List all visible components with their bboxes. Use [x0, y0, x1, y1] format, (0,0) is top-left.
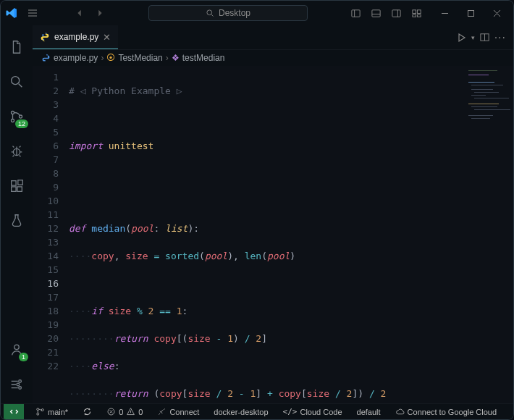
scm-badge: 12	[15, 119, 28, 128]
vscode-logo-icon	[5, 7, 18, 20]
gcp-status[interactable]: Connect to Google Cloud	[392, 404, 500, 419]
svg-rect-14	[12, 181, 16, 185]
plug-icon	[157, 407, 167, 416]
svg-rect-16	[17, 187, 22, 191]
connect-status[interactable]: Connect	[154, 404, 202, 419]
svg-point-12	[19, 115, 22, 118]
method-icon: ❖	[172, 53, 180, 63]
svg-rect-7	[417, 14, 421, 17]
branch-status[interactable]: main*	[33, 404, 71, 419]
svg-rect-5	[417, 9, 421, 13]
svg-point-26	[37, 413, 39, 415]
chevron-right-icon: ›	[166, 53, 169, 63]
svg-point-22	[42, 34, 43, 35]
svg-rect-3	[392, 9, 400, 16]
profile-status[interactable]: default	[354, 404, 384, 419]
gutter: 12345678910111213141516171819202122	[33, 66, 66, 403]
cloud-icon	[395, 407, 405, 416]
crumb-file[interactable]: example.py	[54, 53, 98, 63]
breadcrumbs[interactable]: example.py › ⦿ TestMedian › ❖ testMedian	[33, 50, 513, 66]
tab-close-icon[interactable]: ✕	[103, 32, 111, 43]
menu-icon[interactable]	[24, 4, 41, 22]
titlebar: Desktop	[1, 1, 513, 25]
svg-point-25	[37, 408, 39, 411]
window-minimize-icon[interactable]	[432, 3, 457, 23]
problems-status[interactable]: 0 0	[104, 404, 146, 419]
svg-point-0	[207, 10, 212, 15]
svg-rect-8	[468, 10, 473, 16]
remote-icon[interactable]	[4, 404, 24, 419]
layout-right-icon[interactable]	[387, 4, 405, 22]
source-control-icon[interactable]: 12	[1, 101, 33, 133]
error-icon	[106, 407, 116, 416]
accounts-icon[interactable]: 1	[1, 334, 33, 366]
svg-rect-4	[412, 9, 416, 13]
layout-left-icon[interactable]	[347, 4, 364, 22]
vscode-window: Desktop 12	[0, 0, 514, 420]
class-icon: ⦿	[106, 53, 115, 63]
svg-rect-1	[351, 9, 359, 16]
chevron-right-icon: ›	[101, 53, 104, 63]
svg-point-18	[14, 345, 19, 349]
svg-point-19	[19, 380, 22, 383]
search-icon	[206, 9, 214, 17]
nav-back-icon[interactable]	[70, 4, 89, 22]
editor[interactable]: 12345678910111213141516171819202122 # ◁ …	[33, 66, 513, 403]
run-icon[interactable]	[455, 32, 467, 43]
crumb-method[interactable]: testMedian	[182, 53, 225, 63]
tab-bar: example.py ✕ ▾ ···	[33, 25, 513, 50]
testing-icon[interactable]	[1, 205, 33, 237]
code-area[interactable]: # ◁ Python Example ▷ import unittest def…	[66, 66, 513, 403]
tab-example-py[interactable]: example.py ✕	[33, 25, 118, 49]
code-icon: </>	[283, 407, 298, 416]
command-center[interactable]: Desktop	[148, 5, 308, 21]
more-icon[interactable]: ···	[494, 31, 506, 44]
window-maximize-icon[interactable]	[458, 3, 483, 23]
split-editor-icon[interactable]	[479, 32, 490, 43]
search-label: Desktop	[219, 8, 250, 18]
search-sidebar-icon[interactable]	[1, 66, 33, 98]
svg-point-9	[12, 77, 20, 85]
sync-icon	[83, 407, 92, 416]
nav-forward-icon[interactable]	[90, 4, 109, 22]
run-dropdown-icon[interactable]: ▾	[471, 34, 475, 41]
window-close-icon[interactable]	[484, 3, 509, 23]
svg-rect-17	[18, 180, 22, 185]
extensions-icon[interactable]	[1, 170, 33, 202]
svg-point-27	[41, 409, 43, 411]
svg-point-20	[17, 383, 20, 386]
python-file-icon	[40, 32, 50, 42]
git-branch-icon	[35, 407, 45, 416]
minimap[interactable]	[463, 66, 513, 403]
accounts-badge: 1	[19, 353, 28, 361]
statusbar: main* 0 0 Connect docker-desktop </> Clo…	[1, 403, 513, 419]
svg-point-21	[19, 387, 22, 390]
editor-group: example.py ✕ ▾ ··· example.py › ⦿ TestMe…	[33, 25, 513, 403]
sync-status[interactable]	[80, 404, 95, 419]
activity-bar: 12 1	[1, 25, 33, 403]
cloud-code-status[interactable]: </> Cloud Code	[280, 404, 345, 419]
context-status[interactable]: docker-desktop	[211, 404, 271, 419]
warning-icon	[126, 407, 135, 416]
debug-icon[interactable]	[1, 135, 33, 167]
tab-label: example.py	[54, 32, 98, 42]
svg-point-11	[11, 119, 14, 122]
svg-rect-6	[412, 14, 416, 17]
svg-rect-2	[371, 9, 379, 16]
layout-custom-icon[interactable]	[408, 4, 425, 22]
layout-bottom-icon[interactable]	[367, 4, 384, 22]
settings-icon[interactable]	[1, 369, 33, 400]
python-file-icon	[41, 54, 51, 63]
svg-rect-15	[12, 187, 16, 191]
crumb-class[interactable]: TestMedian	[118, 53, 162, 63]
explorer-icon[interactable]	[1, 31, 33, 63]
svg-point-10	[11, 111, 14, 114]
